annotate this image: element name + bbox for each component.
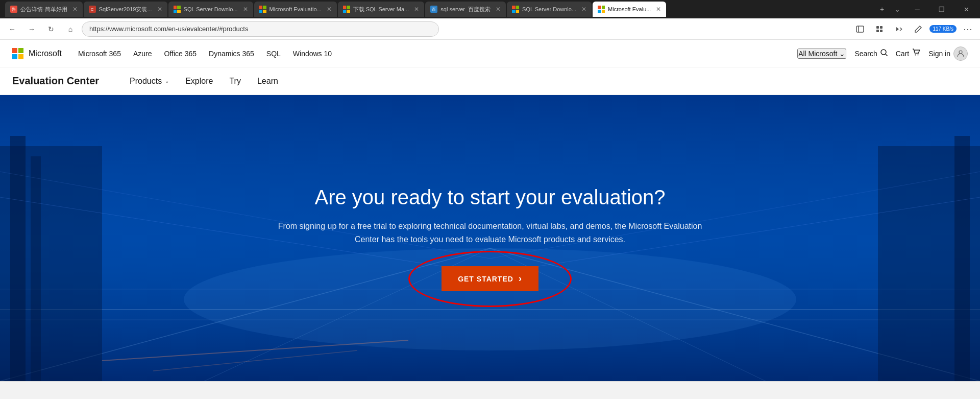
tab-label-8: Microsoft Evalu... (608, 6, 651, 12)
address-bar: ← → ↻ ⌂ 117 KB/s ⋯ (0, 18, 980, 40)
signin-label: Sign in (928, 50, 950, 58)
topnav-link-microsoft-365[interactable]: Microsoft 365 (78, 50, 121, 58)
topnav-link-office-365[interactable]: Office 365 (164, 50, 197, 58)
svg-line-10 (886, 54, 888, 56)
tab-close-4[interactable]: ✕ (327, 6, 332, 13)
ms-logo-grid (12, 48, 23, 59)
subnav-label-2: Try (229, 77, 241, 86)
subnav-label-3: Learn (257, 77, 278, 86)
tab-favicon-4 (259, 6, 266, 13)
search-button[interactable]: Search (854, 49, 887, 58)
hero-subtitle: From signing up for a free trial to expl… (271, 220, 709, 246)
topnav-link-windows-10[interactable]: Windows 10 (293, 50, 332, 58)
subnav-label-0: Products (130, 77, 162, 86)
tab-close-3[interactable]: ✕ (243, 6, 248, 13)
svg-rect-2 (876, 26, 879, 29)
tab-favicon-3 (174, 6, 181, 13)
cart-label: Cart (896, 50, 909, 58)
tab-dropdown-button[interactable]: ⌄ (890, 2, 904, 16)
minimize-button[interactable]: ─ (905, 1, 929, 17)
signin-avatar (953, 46, 968, 61)
browser-tab-4[interactable]: Microsoft Evaluatio...✕ (254, 2, 337, 17)
all-microsoft-label: All Microsoft (798, 50, 837, 58)
tab-close-7[interactable]: ✕ (581, 6, 586, 13)
subnav-label-1: Explore (185, 77, 213, 86)
tab-close-1[interactable]: ✕ (72, 6, 78, 13)
tab-close-6[interactable]: ✕ (496, 6, 501, 13)
svg-rect-5 (880, 30, 883, 32)
subnav-link-try[interactable]: Try (229, 77, 241, 86)
forward-button[interactable]: → (23, 21, 40, 37)
refresh-button[interactable]: ↻ (43, 21, 59, 37)
tab-favicon-2: C (89, 6, 96, 13)
browser-tab-1[interactable]: 告公告详情-简单好用✕ (5, 2, 83, 17)
subnav-link-learn[interactable]: Learn (257, 77, 278, 86)
collections-button[interactable] (871, 21, 888, 37)
cta-arrow-icon: › (519, 273, 522, 284)
topnav-link-dynamics-365[interactable]: Dynamics 365 (209, 50, 254, 58)
browser-tab-7[interactable]: SQL Server Downlo...✕ (507, 2, 592, 17)
tab-label-1: 公告详情-简单好用 (20, 6, 67, 13)
signin-button[interactable]: Sign in (928, 46, 968, 61)
tab-favicon-5 (343, 6, 350, 13)
subnav-links: Products⌄ExploreTryLearn (130, 77, 278, 86)
all-microsoft-chevron: ⌄ (839, 50, 845, 58)
topnav-link-azure[interactable]: Azure (133, 50, 152, 58)
tab-favicon-7 (512, 6, 519, 13)
svg-line-8 (900, 29, 902, 31)
hero-section: Are you ready to start your evaluation? … (0, 95, 980, 381)
close-button[interactable]: ✕ (954, 1, 978, 17)
eval-center-subnav: Evaluation Center Products⌄ExploreTryLea… (0, 67, 980, 95)
address-input[interactable] (82, 21, 439, 37)
back-button[interactable]: ← (4, 21, 20, 37)
svg-rect-3 (880, 26, 883, 29)
subnav-link-products[interactable]: Products⌄ (130, 77, 169, 86)
speed-badge: 117 KB/s (929, 25, 957, 33)
browser-tab-2[interactable]: CSqlServer2019安装...✕ (84, 2, 167, 17)
svg-rect-27 (954, 136, 970, 381)
ms-logo-text: Microsoft (29, 49, 62, 58)
subnav-link-explore[interactable]: Explore (185, 77, 213, 86)
browser-tab-3[interactable]: SQL Server Downlo...✕ (168, 2, 253, 17)
tab-label-4: Microsoft Evaluatio... (270, 6, 322, 12)
cart-button[interactable]: Cart (896, 49, 920, 58)
hero-title: Are you ready to start your evaluation? (271, 185, 709, 209)
ms-site: Microsoft Microsoft 365AzureOffice 365Dy… (0, 40, 980, 399)
restore-button[interactable]: ❐ (930, 1, 953, 17)
more-button[interactable]: ⋯ (960, 21, 976, 37)
tab-label-2: SqlServer2019安装... (99, 6, 152, 13)
svg-rect-4 (876, 30, 879, 32)
tab-favicon-6: 百 (430, 6, 437, 13)
browser-tab-8[interactable]: Microsoft Evalu...✕ (593, 2, 666, 17)
toolbar-icons: 117 KB/s ⋯ (852, 21, 976, 37)
browser-chrome: 告公告详情-简单好用✕CSqlServer2019安装...✕ SQL Serv… (0, 0, 980, 40)
ms-nav-right: All Microsoft ⌄ Search Cart Sign in (797, 46, 968, 61)
read-aloud-button[interactable] (891, 21, 907, 37)
cta-label: GET STARTED (458, 275, 513, 283)
tab-close-8[interactable]: ✕ (656, 6, 661, 13)
tab-favicon-1: 告 (10, 6, 17, 13)
tab-actions: + ⌄ (875, 2, 904, 16)
browser-tab-6[interactable]: 百sql server_百度搜索✕ (425, 2, 506, 17)
top-nav: Microsoft Microsoft 365AzureOffice 365Dy… (0, 40, 980, 67)
all-microsoft-button[interactable]: All Microsoft ⌄ (797, 49, 846, 59)
tab-close-2[interactable]: ✕ (157, 6, 162, 13)
svg-point-9 (881, 50, 886, 55)
svg-point-12 (918, 55, 919, 56)
home-button[interactable]: ⌂ (62, 21, 79, 37)
get-started-button[interactable]: GET STARTED › (442, 266, 538, 291)
topnav-link-sql[interactable]: SQL (266, 50, 281, 58)
tab-label-7: SQL Server Downlo... (522, 6, 576, 12)
svg-rect-0 (856, 26, 864, 32)
subnav-chevron-0: ⌄ (165, 78, 169, 84)
sidebar-toggle-button[interactable] (852, 21, 868, 37)
pen-button[interactable] (910, 21, 926, 37)
ms-logo[interactable]: Microsoft (12, 48, 62, 59)
tab-close-5[interactable]: ✕ (414, 6, 419, 13)
footer-bar (0, 381, 980, 399)
new-tab-button[interactable]: + (875, 2, 889, 16)
hero-content: Are you ready to start your evaluation? … (250, 185, 730, 291)
tab-label-6: sql server_百度搜索 (440, 6, 491, 13)
browser-tab-5[interactable]: 下载 SQL Server Ma...✕ (338, 2, 425, 17)
tab-label-5: 下载 SQL Server Ma... (353, 6, 409, 13)
